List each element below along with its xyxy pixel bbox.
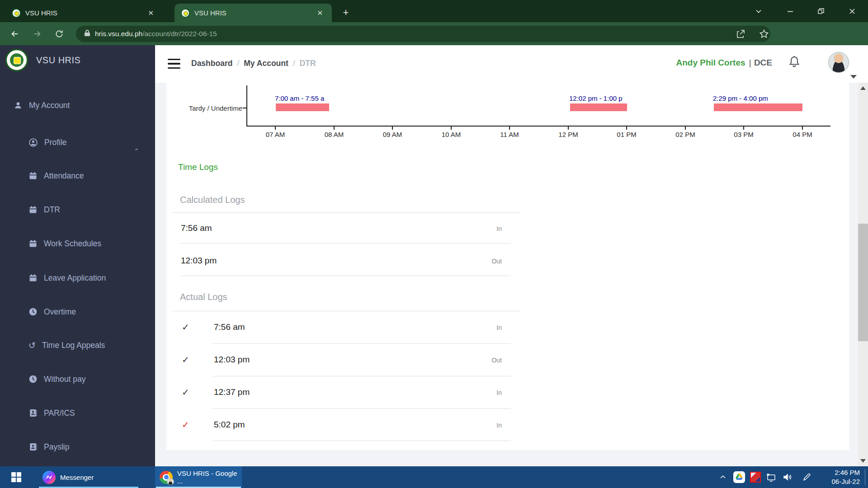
taskbar-app-chrome-vsu-hris[interactable]: VSU HRIS - Google ... <box>155 466 242 488</box>
browser-tab-2-active[interactable]: VSU HRIS ✕ <box>175 4 332 22</box>
x-tick-label: 12 PM <box>550 131 586 138</box>
clock-icon <box>28 307 38 316</box>
drive-icon <box>733 471 745 483</box>
chart-bar-morning-tardy[interactable] <box>276 103 329 111</box>
x-tick-label: 03 PM <box>726 131 762 138</box>
user-divider: | <box>745 58 754 67</box>
log-time: 12:03 pm <box>181 256 217 266</box>
sidebar-item-label: Overtime <box>44 307 76 317</box>
start-button[interactable] <box>5 466 27 488</box>
bookmark-star-icon[interactable] <box>759 28 769 39</box>
sidebar-item-dtr[interactable]: DTR <box>28 203 60 216</box>
page-scrollbar[interactable] <box>858 83 868 466</box>
url-path: /account/dtr/2022-06-15 <box>142 30 217 38</box>
actual-log-row: ✓ 7:56 am In <box>173 321 521 334</box>
user-avatar[interactable] <box>828 52 849 73</box>
calendar-icon <box>28 205 38 214</box>
sidebar-item-without-pay[interactable]: Without pay <box>28 372 85 386</box>
row-divider <box>212 408 511 409</box>
row-divider <box>212 441 511 441</box>
sidebar-item-par-ics[interactable]: PAR/ICS <box>28 406 75 420</box>
sidebar-item-leave-application[interactable]: Leave Application <box>28 271 106 285</box>
x-tick <box>451 127 452 130</box>
user-name: Andy Phil Cortes <box>676 58 745 67</box>
window-minimize-button[interactable] <box>780 0 801 22</box>
log-direction: Out <box>466 258 502 265</box>
sidebar-item-label: Without pay <box>44 375 85 384</box>
page-content: Dashboard/My Account/DTR Andy Phil Corte… <box>155 45 868 466</box>
check-icon: ✓ <box>182 322 189 333</box>
history-icon: ↺ <box>28 341 36 350</box>
scroll-up-arrow-icon[interactable] <box>860 86 866 90</box>
log-time: 12:03 pm <box>214 355 250 365</box>
reload-icon[interactable] <box>52 26 67 42</box>
breadcrumb-dashboard[interactable]: Dashboard <box>191 59 232 68</box>
sidebar-item-attendance[interactable]: Attendance <box>28 169 84 183</box>
chart-bar-afternoon-undertime[interactable] <box>714 103 802 111</box>
window-restore-button[interactable] <box>811 0 831 22</box>
tab-search-chevron-icon[interactable] <box>748 0 769 22</box>
log-direction: In <box>466 225 502 232</box>
new-tab-button[interactable]: + <box>339 6 353 20</box>
taskbar-app-label: Messenger <box>60 474 94 481</box>
x-tick-label: 10 AM <box>433 131 469 138</box>
actual-log-row: ✓ 12:03 pm Out <box>173 353 521 367</box>
chevron-up-icon[interactable]: ⌃ <box>134 147 139 155</box>
log-time: 7:56 am <box>181 223 212 233</box>
sidebar-item-label: Profile <box>44 138 67 147</box>
calendar-icon <box>28 239 38 248</box>
x-tick <box>802 127 803 130</box>
chart-bar-label: 2:29 pm - 4:00 pm <box>713 94 768 102</box>
section-divider <box>173 311 521 311</box>
idcard-icon <box>28 408 38 418</box>
sidebar-item-label: DTR <box>44 205 60 215</box>
sidebar-item-label: Payslip <box>44 442 69 452</box>
tab-title: VSU HRIS <box>25 9 141 17</box>
chrome-icon <box>160 471 173 484</box>
sidebar-item-payslip[interactable]: Payslip <box>28 440 69 454</box>
vsu-favicon-icon <box>181 9 190 18</box>
volume-tray-icon[interactable] <box>781 466 794 488</box>
back-icon[interactable] <box>7 26 23 42</box>
x-tick <box>275 127 276 130</box>
sidebar-item-work-schedules[interactable]: Work Schedules <box>28 237 101 250</box>
check-icon-red: ✓ <box>182 419 189 430</box>
app-brand[interactable]: VSU HRIS <box>5 49 80 71</box>
screen: VSU HRIS ✕ VSU HRIS ✕ + <box>0 0 868 488</box>
log-direction: In <box>466 422 502 429</box>
notifications-bell-icon[interactable] <box>788 55 801 70</box>
url-domain: hris.vsu.edu.ph <box>95 30 142 38</box>
clock-time: 2:46 PM <box>810 468 860 477</box>
window-close-button[interactable] <box>842 0 863 22</box>
app-tray-icon[interactable] <box>749 466 762 488</box>
show-desktop-button[interactable] <box>865 469 865 485</box>
breadcrumb-my-account[interactable]: My Account <box>244 59 288 68</box>
taskbar-clock[interactable]: 2:46 PM 06-Jul-22 <box>810 468 860 486</box>
breadcrumb-separator: / <box>232 59 244 68</box>
calculated-log-row: 12:03 pm Out <box>173 254 521 268</box>
address-bar[interactable]: hris.vsu.edu.ph/account/dtr/2022-06-15 <box>76 26 770 42</box>
scrollbar-thumb[interactable] <box>858 224 868 341</box>
scroll-down-arrow-icon[interactable] <box>860 459 866 463</box>
sidebar-item-profile[interactable]: Profile <box>28 136 67 149</box>
x-tick-label: 09 AM <box>374 131 410 138</box>
sidebar-item-overtime[interactable]: Overtime <box>28 305 76 319</box>
hamburger-menu-icon[interactable] <box>168 59 180 69</box>
chart-bar-noon-tardy[interactable] <box>570 103 627 111</box>
browser-tab-1[interactable]: VSU HRIS ✕ <box>5 4 163 22</box>
taskbar-app-messenger[interactable]: Messenger <box>38 466 139 488</box>
x-tick <box>626 127 627 130</box>
tab-close-icon[interactable]: ✕ <box>145 8 156 18</box>
share-icon[interactable] <box>735 28 746 39</box>
tab-close-icon[interactable]: ✕ <box>314 8 326 18</box>
avatar-dropdown-caret-icon[interactable] <box>850 75 857 79</box>
lock-icon <box>84 29 90 38</box>
tray-chevron-up-icon[interactable] <box>716 466 730 488</box>
sidebar-item-time-log-appeals[interactable]: ↺ Time Log Appeals <box>28 338 105 352</box>
forward-icon[interactable] <box>29 26 45 42</box>
x-tick <box>743 127 744 130</box>
sidebar-item-my-account[interactable]: My Account <box>14 99 70 112</box>
network-tray-icon[interactable] <box>764 466 778 488</box>
user-identity: Andy Phil Cortes|DCE <box>676 58 772 68</box>
google-drive-tray-icon[interactable] <box>733 466 745 488</box>
